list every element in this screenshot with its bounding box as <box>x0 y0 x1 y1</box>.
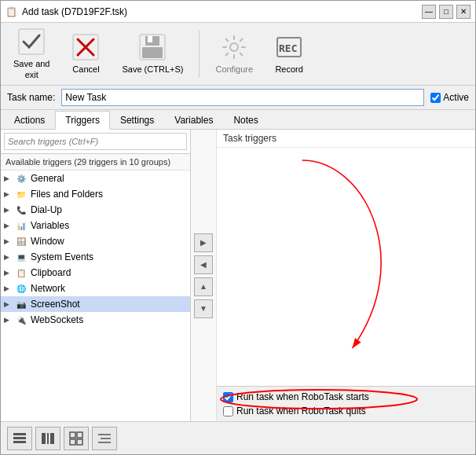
run-on-start-checkbox[interactable] <box>223 392 233 402</box>
move-up-button[interactable]: ▲ <box>194 277 213 296</box>
trigger-expand-arrow: ▶ <box>4 222 12 229</box>
trigger-expand-arrow: ▶ <box>4 284 12 292</box>
svg-rect-14 <box>13 437 26 439</box>
trigger-general-icon: ⚙️ <box>15 172 27 185</box>
save-exit-button[interactable]: Save and exit <box>7 24 56 83</box>
trigger-expand-arrow: ▶ <box>4 300 12 308</box>
checkbox-robostart-row: Run task when RoboTask starts <box>223 391 469 402</box>
svg-rect-13 <box>13 433 26 435</box>
tab-triggers[interactable]: Triggers <box>55 111 110 130</box>
svg-rect-19 <box>70 432 75 438</box>
title-bar: 📋 Add task (D7D19F2F.tsk) — □ ✕ <box>1 1 475 23</box>
tab-notes[interactable]: Notes <box>223 111 268 130</box>
task-name-input[interactable] <box>61 89 424 106</box>
trigger-screenshot[interactable]: ▶ 📷 ScreenShot <box>1 296 190 312</box>
svg-rect-7 <box>142 47 163 58</box>
trigger-dialup-icon: 📞 <box>15 204 27 216</box>
configure-button[interactable]: Configure <box>209 30 259 78</box>
checkbox-roboquit-row: Run task when RoboTask quits <box>223 405 469 416</box>
active-label: Active <box>443 92 469 103</box>
remove-trigger-button[interactable]: ◀ <box>194 255 213 274</box>
task-name-row: Task name: Active <box>1 86 475 110</box>
middle-buttons-panel: ▶ ◀ ▲ ▼ <box>191 130 217 421</box>
configure-label: Configure <box>215 64 253 75</box>
add-trigger-button[interactable]: ▶ <box>194 233 213 252</box>
svg-rect-18 <box>50 433 54 444</box>
svg-rect-6 <box>148 36 152 42</box>
trigger-expand-arrow: ▶ <box>4 190 12 198</box>
save-icon <box>138 33 167 61</box>
bottom-checkboxes: Run task when RoboTask starts Run task w… <box>217 386 475 421</box>
trigger-variables[interactable]: ▶ 📊 Variables <box>1 218 190 233</box>
task-triggers-label: Task triggers <box>217 130 475 148</box>
record-icon: REC <box>275 33 303 61</box>
window-icon: 📋 <box>5 6 17 17</box>
title-bar-controls: — □ ✕ <box>422 5 471 19</box>
active-checkbox[interactable] <box>430 93 441 103</box>
tabs-row: Actions Triggers Settings Variables Note… <box>1 110 475 130</box>
cancel-label: Cancel <box>72 64 99 75</box>
search-triggers-input[interactable] <box>4 133 187 150</box>
trigger-network[interactable]: ▶ 🌐 Network <box>1 281 190 296</box>
trigger-window[interactable]: ▶ 🪟 Window <box>1 233 190 249</box>
bottom-toolbar <box>1 421 475 454</box>
task-triggers-area <box>217 148 475 386</box>
svg-point-8 <box>230 43 238 51</box>
trigger-expand-arrow: ▶ <box>4 316 12 324</box>
bottom-btn-1[interactable] <box>7 427 32 450</box>
configure-icon <box>220 33 248 61</box>
trigger-clipboard[interactable]: ▶ 📋 Clipboard <box>1 265 190 281</box>
trigger-files-folders[interactable]: ▶ 📁 Files and Folders <box>1 186 190 202</box>
save-exit-label: Save and exit <box>13 59 49 79</box>
bottom-btn-2[interactable] <box>35 427 60 450</box>
minimize-button[interactable]: — <box>422 5 436 19</box>
save-button[interactable]: Save (CTRL+S) <box>115 30 189 78</box>
active-checkbox-row: Active <box>430 92 469 103</box>
tab-actions[interactable]: Actions <box>4 111 55 130</box>
svg-rect-22 <box>77 439 82 445</box>
trigger-dialup[interactable]: ▶ 📞 Dial-Up <box>1 202 190 218</box>
save-label: Save (CTRL+S) <box>122 64 183 75</box>
available-triggers-header: Available triggers (29 triggers in 10 gr… <box>1 154 190 171</box>
svg-rect-16 <box>42 433 46 444</box>
svg-rect-21 <box>70 439 75 445</box>
cancel-button[interactable]: Cancel <box>62 30 109 78</box>
trigger-system-events[interactable]: ▶ 💻 System Events <box>1 249 190 265</box>
trigger-screenshot-icon: 📷 <box>15 298 27 310</box>
task-name-label: Task name: <box>7 92 55 103</box>
trigger-expand-arrow: ▶ <box>4 237 12 245</box>
window-title: Add task (D7D19F2F.tsk) <box>22 6 127 17</box>
trigger-general[interactable]: ▶ ⚙️ General <box>1 171 190 186</box>
svg-rect-15 <box>13 441 26 443</box>
close-button[interactable]: ✕ <box>456 5 471 19</box>
tab-settings[interactable]: Settings <box>110 111 164 130</box>
trigger-files-icon: 📁 <box>15 188 27 200</box>
run-on-quit-checkbox[interactable] <box>223 406 233 416</box>
maximize-button[interactable]: □ <box>439 5 453 19</box>
trigger-expand-arrow: ▶ <box>4 253 12 261</box>
move-down-button[interactable]: ▼ <box>194 299 213 318</box>
run-on-start-label: Run task when RoboTask starts <box>236 391 369 402</box>
toolbar: Save and exit Cancel Save <box>1 23 475 86</box>
toolbar-separator <box>199 31 200 78</box>
trigger-network-icon: 🌐 <box>15 282 27 295</box>
triggers-list: ▶ ⚙️ General ▶ 📁 Files and Folders ▶ 📞 D… <box>1 171 190 421</box>
bottom-btn-3[interactable] <box>64 427 89 450</box>
trigger-expand-arrow: ▶ <box>4 206 12 214</box>
right-panel: Task triggers <box>217 130 475 421</box>
run-on-quit-label: Run task when RoboTask quits <box>236 405 366 416</box>
cancel-icon <box>71 33 100 61</box>
trigger-variables-icon: 📊 <box>15 219 27 232</box>
bottom-btn-4[interactable] <box>92 427 117 450</box>
svg-rect-20 <box>77 432 82 438</box>
tab-variables[interactable]: Variables <box>164 111 223 130</box>
trigger-system-icon: 💻 <box>15 251 27 263</box>
left-panel: Available triggers (29 triggers in 10 gr… <box>1 130 191 421</box>
trigger-websockets-icon: 🔌 <box>15 314 27 326</box>
record-button[interactable]: REC Record <box>265 30 313 78</box>
save-exit-icon <box>17 28 46 56</box>
trigger-websockets[interactable]: ▶ 🔌 WebSockets <box>1 312 190 328</box>
record-label: Record <box>275 64 302 75</box>
trigger-expand-arrow: ▶ <box>4 269 12 277</box>
trigger-window-icon: 🪟 <box>15 235 27 248</box>
